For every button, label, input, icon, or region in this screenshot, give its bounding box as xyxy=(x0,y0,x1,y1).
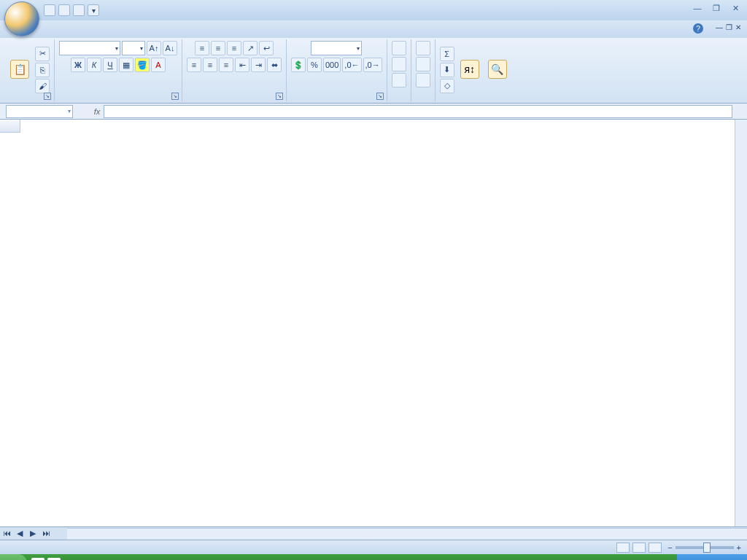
align-left-button[interactable]: ≡ xyxy=(187,58,201,72)
align-middle-button[interactable]: ≡ xyxy=(211,41,225,55)
sort-icon: я↕ xyxy=(460,60,479,79)
increase-indent-button[interactable]: ⇥ xyxy=(251,58,266,72)
view-layout-button[interactable] xyxy=(632,542,646,553)
zoom-slider[interactable] xyxy=(676,546,734,549)
name-box[interactable] xyxy=(6,105,73,118)
grow-font-button[interactable]: A↑ xyxy=(147,41,161,55)
dialog-launcher-icon[interactable]: ↘ xyxy=(171,93,179,100)
cut-button[interactable]: ✂ xyxy=(35,47,50,61)
sort-filter-button[interactable]: я↕ xyxy=(457,58,482,82)
find-select-button[interactable]: 🔍 xyxy=(485,58,510,82)
align-top-button[interactable]: ≡ xyxy=(195,41,209,55)
group-alignment: ≡ ≡ ≡ ↗ ↩ ≡ ≡ ≡ ⇤ ⇥ ⬌ ↘ xyxy=(182,39,287,101)
comma-button[interactable]: 000 xyxy=(323,58,341,72)
insert-cells-button[interactable] xyxy=(416,41,430,55)
sheet-nav-next[interactable]: ▶ xyxy=(26,529,39,538)
start-button[interactable]: ⊞ xyxy=(0,554,27,560)
group-font: A↑ A↓ Ж К Ч ▦ 🪣 A ↘ xyxy=(55,39,182,101)
group-clipboard: 📋 ✂ ⎘ 🖌 ↘ xyxy=(3,39,55,101)
autosum-button[interactable]: Σ xyxy=(440,47,454,61)
ribbon-tabs: ? — ❐ ✕ xyxy=(0,20,747,38)
italic-button[interactable]: К xyxy=(87,58,101,72)
view-pagebreak-button[interactable] xyxy=(649,542,662,553)
border-button[interactable]: ▦ xyxy=(119,58,133,72)
help-icon[interactable]: ? xyxy=(693,23,703,34)
font-name-combo[interactable] xyxy=(59,41,120,55)
cell-styles-button[interactable] xyxy=(392,73,406,88)
format-as-table-button[interactable] xyxy=(392,57,406,71)
office-button[interactable] xyxy=(4,1,39,36)
group-styles xyxy=(387,39,411,101)
decrease-decimal-button[interactable]: ,0→ xyxy=(363,58,382,72)
formula-bar: fx xyxy=(0,104,747,120)
undo-icon[interactable] xyxy=(58,4,70,16)
paste-button[interactable]: 📋 xyxy=(7,58,32,82)
currency-button[interactable]: 💲 xyxy=(291,58,306,72)
mdi-minimize-button[interactable]: — xyxy=(716,23,723,31)
number-format-combo[interactable] xyxy=(311,41,362,55)
maximize-button[interactable]: ❐ xyxy=(709,3,724,13)
fx-icon[interactable]: fx xyxy=(90,107,104,116)
delete-cells-button[interactable] xyxy=(416,57,430,71)
sheet-tab-bar: ⏮ ◀ ▶ ⏭ xyxy=(0,526,747,540)
redo-icon[interactable] xyxy=(73,4,85,16)
format-painter-button[interactable]: 🖌 xyxy=(35,79,50,93)
orientation-button[interactable]: ↗ xyxy=(243,41,258,55)
status-bar: − + xyxy=(0,540,747,554)
copy-button[interactable]: ⎘ xyxy=(35,63,50,77)
zoom-in-button[interactable]: + xyxy=(737,543,741,552)
underline-button[interactable]: Ч xyxy=(103,58,117,72)
group-number: 💲 % 000 ,0← ,0→ ↘ xyxy=(287,39,387,101)
conditional-formatting-button[interactable] xyxy=(392,41,406,55)
align-right-button[interactable]: ≡ xyxy=(219,58,233,72)
formula-input[interactable] xyxy=(104,105,732,118)
clear-button[interactable]: ◇ xyxy=(440,79,454,93)
ribbon: 📋 ✂ ⎘ 🖌 ↘ A↑ A↓ Ж К Ч ▦ 🪣 xyxy=(0,38,747,104)
wrap-text-button[interactable]: ↩ xyxy=(259,41,274,55)
vertical-scrollbar[interactable] xyxy=(735,120,747,526)
dialog-launcher-icon[interactable]: ↘ xyxy=(276,93,283,100)
group-cells xyxy=(411,39,436,101)
view-normal-button[interactable] xyxy=(616,542,630,553)
qat-customize-icon[interactable]: ▾ xyxy=(88,4,99,16)
percent-button[interactable]: % xyxy=(307,58,322,72)
find-icon: 🔍 xyxy=(488,60,507,79)
bold-button[interactable]: Ж xyxy=(71,58,85,72)
format-cells-button[interactable] xyxy=(416,73,430,88)
dialog-launcher-icon[interactable]: ↘ xyxy=(44,93,51,100)
sheet-nav-first[interactable]: ⏮ xyxy=(0,529,13,538)
close-button[interactable]: ✕ xyxy=(728,3,743,13)
decrease-indent-button[interactable]: ⇤ xyxy=(235,58,249,72)
fill-button[interactable]: ⬇ xyxy=(440,63,454,77)
dialog-launcher-icon[interactable]: ↘ xyxy=(376,93,384,100)
increase-decimal-button[interactable]: ,0← xyxy=(342,58,361,72)
sheet-nav-last[interactable]: ⏭ xyxy=(39,529,53,538)
font-size-combo[interactable] xyxy=(122,41,145,55)
align-center-button[interactable]: ≡ xyxy=(203,58,217,72)
mdi-restore-button[interactable]: ❐ xyxy=(726,23,732,31)
quick-access-toolbar: ▾ xyxy=(44,4,99,16)
mdi-close-button[interactable]: ✕ xyxy=(735,23,741,31)
horizontal-scrollbar[interactable] xyxy=(67,528,747,540)
select-all-corner[interactable] xyxy=(0,120,20,133)
shrink-font-button[interactable]: A↓ xyxy=(163,41,177,55)
taskbar: ⊞ ◉ O 🛡 🔊 K xyxy=(0,554,747,560)
zoom-out-button[interactable]: − xyxy=(667,543,672,552)
minimize-button[interactable]: — xyxy=(690,3,705,13)
fill-color-button[interactable]: 🪣 xyxy=(135,58,150,72)
align-bottom-button[interactable]: ≡ xyxy=(227,41,241,55)
title-bar: ▾ — ❐ ✕ xyxy=(0,0,747,20)
save-icon[interactable] xyxy=(44,4,55,16)
font-color-button[interactable]: A xyxy=(151,58,166,72)
merge-button[interactable]: ⬌ xyxy=(267,58,282,72)
group-editing: Σ ⬇ ◇ я↕ 🔍 xyxy=(436,39,514,101)
clipboard-icon: 📋 xyxy=(10,60,29,79)
sheet-nav-prev[interactable]: ◀ xyxy=(13,529,26,538)
spreadsheet-grid[interactable] xyxy=(0,120,747,526)
system-tray: 🛡 🔊 K xyxy=(677,554,747,560)
